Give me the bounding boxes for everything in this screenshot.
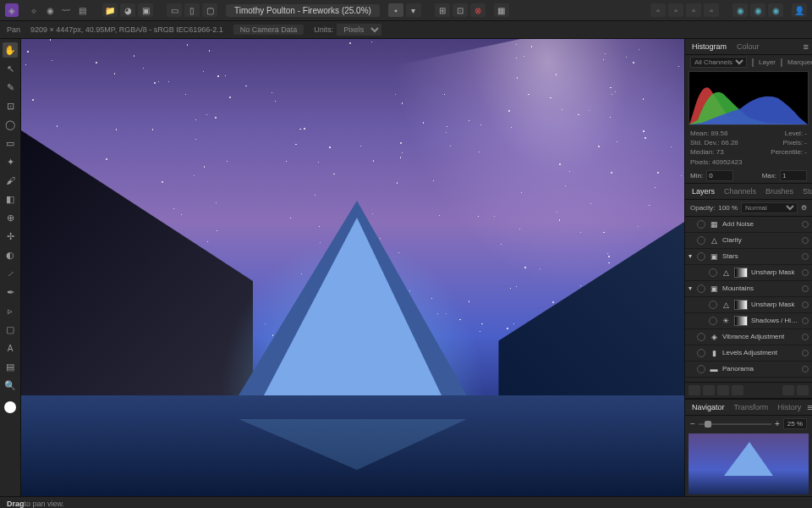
- persona-liquify-icon[interactable]: ⟐: [27, 3, 41, 17]
- blend-mode-select[interactable]: Normal: [741, 202, 798, 213]
- visibility-icon[interactable]: [697, 349, 705, 357]
- arrange-icon[interactable]: ⊞: [435, 3, 450, 17]
- marquee-tool-icon[interactable]: ▭: [3, 135, 18, 151]
- view-dropdown-icon[interactable]: ▾: [406, 3, 421, 17]
- visibility-icon[interactable]: [709, 301, 717, 309]
- tab-colour[interactable]: Colour: [733, 41, 763, 52]
- layer-item[interactable]: ▾▣Stars: [685, 249, 812, 265]
- select-tool-icon[interactable]: ▭: [167, 3, 182, 17]
- persona-tone-icon[interactable]: 〰: [59, 3, 73, 17]
- zoom-value[interactable]: 25 %: [783, 418, 807, 429]
- zoom-out-icon[interactable]: −: [690, 419, 695, 428]
- persona-export-icon[interactable]: ▤: [75, 3, 89, 17]
- select-tool3-icon[interactable]: ▢: [202, 3, 217, 17]
- hand-tool-icon[interactable]: ✋: [3, 42, 18, 58]
- visibility-icon[interactable]: [709, 317, 717, 325]
- layer-item[interactable]: △Unsharp Mask: [685, 265, 812, 281]
- tab-layers[interactable]: Layers: [689, 185, 718, 197]
- layer-settings-icon[interactable]: ⚙: [801, 204, 807, 212]
- mask-thumb[interactable]: [734, 268, 748, 278]
- preferences-icon[interactable]: ▦: [494, 3, 509, 17]
- visibility-icon[interactable]: [697, 333, 705, 341]
- crop-tool-icon[interactable]: ⊡: [3, 98, 18, 113]
- tab-stock[interactable]: Stock: [799, 185, 812, 197]
- visibility-icon[interactable]: [709, 268, 717, 277]
- visibility-icon[interactable]: [697, 365, 705, 373]
- visibility-icon[interactable]: [697, 236, 705, 245]
- add-fx-icon[interactable]: [717, 385, 729, 395]
- layer-lock-icon[interactable]: [802, 350, 809, 356]
- assistant-icon[interactable]: ▫: [686, 3, 701, 17]
- inpaint-tool-icon[interactable]: ✢: [3, 229, 18, 244]
- tab-channels[interactable]: Channels: [721, 185, 760, 197]
- color-swatch[interactable]: [4, 401, 16, 413]
- layer-lock-icon[interactable]: [802, 253, 809, 260]
- quick-mask-icon[interactable]: ▫: [650, 3, 666, 17]
- account-icon[interactable]: 👤: [792, 3, 807, 17]
- color-picker-icon[interactable]: ✎: [3, 80, 18, 95]
- layer-item[interactable]: ▬Panorama: [685, 362, 812, 378]
- units-select[interactable]: Pixels: [337, 24, 381, 36]
- studio-icon[interactable]: ◉: [732, 3, 748, 17]
- add-adjustment-icon[interactable]: [703, 385, 715, 395]
- studio3-icon[interactable]: ◉: [768, 3, 783, 17]
- pen-tool-icon[interactable]: ✒: [3, 284, 18, 300]
- marquee-checkbox[interactable]: [781, 58, 782, 67]
- mask-thumb[interactable]: [734, 316, 748, 326]
- layer-lock-icon[interactable]: [802, 318, 809, 324]
- select-tool2-icon[interactable]: ▯: [184, 3, 200, 17]
- expand-icon[interactable]: ▾: [689, 252, 694, 260]
- selection-brush-icon[interactable]: ◯: [3, 117, 18, 132]
- clone-tool-icon[interactable]: ⊕: [3, 210, 18, 225]
- layer-lock-icon[interactable]: [802, 366, 809, 373]
- tab-transform[interactable]: Transform: [731, 401, 772, 413]
- app-icon[interactable]: ◈: [5, 3, 19, 17]
- open-icon[interactable]: 📁: [102, 3, 118, 17]
- layer-lock-icon[interactable]: [802, 269, 809, 276]
- opacity-value[interactable]: 100 %: [718, 204, 738, 212]
- tab-histogram[interactable]: Histogram: [689, 41, 730, 52]
- group-icon[interactable]: [732, 385, 743, 395]
- tab-history[interactable]: History: [774, 401, 804, 413]
- layer-lock-icon[interactable]: [802, 237, 809, 244]
- layer-lock-icon[interactable]: [802, 221, 809, 228]
- min-input[interactable]: [706, 170, 733, 181]
- stack-icon[interactable]: ▣: [138, 3, 153, 17]
- add-layer-icon[interactable]: [782, 385, 794, 395]
- layer-item[interactable]: ◈Vibrance Adjustment: [685, 329, 812, 345]
- canvas[interactable]: [21, 39, 684, 496]
- delete-layer-icon[interactable]: [797, 385, 809, 395]
- zoom-tool-icon[interactable]: 🔍: [3, 378, 18, 393]
- mask-thumb[interactable]: [734, 300, 748, 310]
- layer-lock-icon[interactable]: [802, 285, 809, 292]
- navigator-preview[interactable]: [689, 433, 809, 494]
- zoom-in-icon[interactable]: +: [775, 419, 780, 428]
- visibility-icon[interactable]: [697, 284, 705, 293]
- paint-brush-icon[interactable]: 🖌: [3, 173, 18, 188]
- layer-lock-icon[interactable]: [802, 301, 809, 308]
- flood-select-icon[interactable]: ✦: [3, 154, 18, 169]
- assistant2-icon[interactable]: ▫: [704, 3, 719, 17]
- layer-item[interactable]: △Unsharp Mask: [685, 297, 812, 313]
- zoom-slider[interactable]: [699, 423, 771, 425]
- shape-tool-icon[interactable]: ▢: [3, 322, 18, 337]
- layer-item[interactable]: ▾▣Mountains: [685, 281, 812, 297]
- layer-item[interactable]: ▮Levels Adjustment: [685, 345, 812, 362]
- gradient-tool-icon[interactable]: ▤: [3, 359, 18, 374]
- refine-icon[interactable]: ▫: [668, 3, 683, 17]
- max-input[interactable]: [780, 170, 807, 181]
- snap-toggle-icon[interactable]: ⊗: [470, 3, 486, 17]
- color-wheel-icon[interactable]: ◕: [120, 3, 135, 17]
- smudge-tool-icon[interactable]: ⟋: [3, 266, 18, 281]
- erase-tool-icon[interactable]: ◧: [3, 191, 18, 207]
- layer-lock-icon[interactable]: [802, 334, 809, 340]
- layer-item[interactable]: ☀Shadows / Highligh: [685, 313, 812, 329]
- visibility-icon[interactable]: [697, 252, 705, 261]
- layer-item[interactable]: △Clarity: [685, 233, 812, 249]
- panel-menu-icon[interactable]: ≡: [804, 41, 809, 52]
- tab-navigator[interactable]: Navigator: [689, 401, 728, 413]
- text-tool-icon[interactable]: A: [3, 340, 18, 356]
- dodge-tool-icon[interactable]: ◐: [3, 247, 18, 262]
- snap-icon[interactable]: ⊡: [453, 3, 468, 17]
- move-tool-icon[interactable]: ↖: [3, 61, 18, 76]
